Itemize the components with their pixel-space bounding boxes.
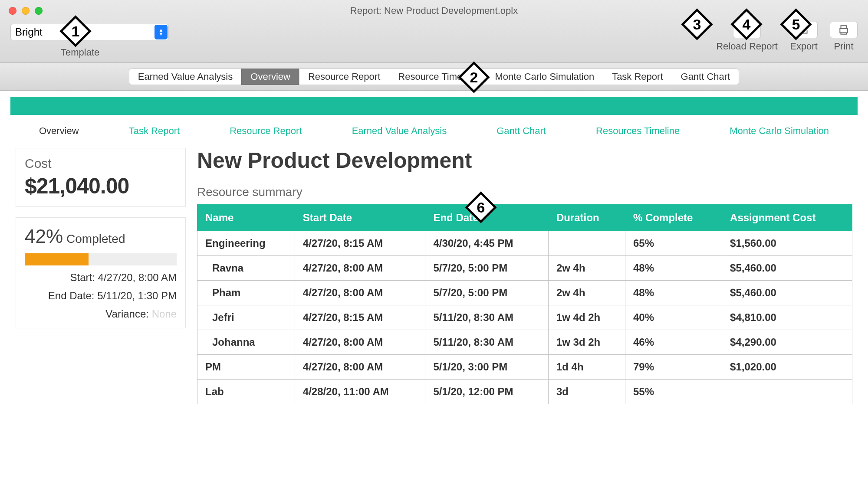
cell: $5,460.00 bbox=[722, 281, 852, 305]
cell: 65% bbox=[625, 231, 722, 256]
report-nav-task-report[interactable]: Task Report bbox=[129, 125, 180, 137]
cell: 4/28/20, 11:00 AM bbox=[295, 380, 425, 404]
column-header: Name bbox=[197, 205, 295, 231]
table-row: Ravna4/27/20, 8:00 AM5/7/20, 5:00 PM2w 4… bbox=[197, 256, 852, 281]
cell: $1,020.00 bbox=[722, 355, 852, 380]
tab-overview[interactable]: Overview bbox=[241, 69, 299, 85]
table-row: PM4/27/20, 8:00 AM5/1/20, 3:00 PM1d 4h79… bbox=[197, 355, 852, 380]
resource-summary-table: NameStart DateEnd DateDuration% Complete… bbox=[197, 204, 852, 404]
tab-task-report[interactable]: Task Report bbox=[603, 69, 672, 85]
start-label: Start: bbox=[70, 272, 95, 283]
report-nav-overview[interactable]: Overview bbox=[39, 125, 79, 137]
cell: Lab bbox=[197, 380, 295, 404]
report-nav: OverviewTask ReportResource ReportEarned… bbox=[0, 115, 868, 141]
percent-complete-label: Completed bbox=[66, 232, 125, 246]
cell: 2w 4h bbox=[548, 256, 625, 281]
cell: 2w 4h bbox=[548, 281, 625, 305]
progress-bar bbox=[25, 253, 177, 265]
report-tabs-bar: Earned Value AnalysisOverviewResource Re… bbox=[0, 63, 868, 91]
cell: 4/30/20, 4:45 PM bbox=[425, 231, 549, 256]
tab-resource-report[interactable]: Resource Report bbox=[299, 69, 389, 85]
cost-card: Cost $21,040.00 bbox=[16, 148, 186, 207]
cell: 5/11/20, 8:30 AM bbox=[425, 305, 549, 330]
report-nav-resources-timeline[interactable]: Resources Timeline bbox=[596, 125, 680, 137]
end-label: End Date: bbox=[48, 290, 95, 301]
accent-strip bbox=[10, 97, 858, 115]
cell: 5/7/20, 5:00 PM bbox=[425, 281, 549, 305]
report-nav-gantt-chart[interactable]: Gantt Chart bbox=[496, 125, 546, 137]
cell: 79% bbox=[625, 355, 722, 380]
cost-value: $21,040.00 bbox=[25, 174, 177, 199]
cell: 1w 3d 2h bbox=[548, 330, 625, 355]
report-nav-monte-carlo-simulation[interactable]: Monte Carlo Simulation bbox=[730, 125, 829, 137]
cell: Johanna bbox=[197, 330, 295, 355]
tab-gantt-chart[interactable]: Gantt Chart bbox=[672, 69, 740, 85]
cell: 1d 4h bbox=[548, 355, 625, 380]
template-label: Template bbox=[61, 47, 99, 58]
table-row: Jefri4/27/20, 8:15 AM5/11/20, 8:30 AM1w … bbox=[197, 305, 852, 330]
start-value: 4/27/20, 8:00 AM bbox=[98, 272, 177, 283]
print-icon bbox=[838, 24, 849, 36]
progress-fill bbox=[25, 253, 89, 265]
report-nav-resource-report[interactable]: Resource Report bbox=[230, 125, 302, 137]
cell: 4/27/20, 8:15 AM bbox=[295, 305, 425, 330]
cell: 55% bbox=[625, 380, 722, 404]
cost-label: Cost bbox=[25, 156, 177, 171]
table-header-row: NameStart DateEnd DateDuration% Complete… bbox=[197, 205, 852, 231]
end-value: 5/11/20, 1:30 PM bbox=[97, 290, 177, 301]
cell: 5/7/20, 5:00 PM bbox=[425, 256, 549, 281]
cell: 4/27/20, 8:00 AM bbox=[295, 281, 425, 305]
cell: $4,810.00 bbox=[722, 305, 852, 330]
table-row: Engineering4/27/20, 8:15 AM4/30/20, 4:45… bbox=[197, 231, 852, 256]
cell: $1,560.00 bbox=[722, 231, 852, 256]
cell: 48% bbox=[625, 281, 722, 305]
cell: 4/27/20, 8:15 AM bbox=[295, 231, 425, 256]
cell: 5/1/20, 3:00 PM bbox=[425, 355, 549, 380]
table-row: Pham4/27/20, 8:00 AM5/7/20, 5:00 PM2w 4h… bbox=[197, 281, 852, 305]
variance-label: Variance: bbox=[105, 308, 149, 320]
chevron-updown-icon: ▲▼ bbox=[155, 25, 168, 39]
column-header: Assignment Cost bbox=[722, 205, 852, 231]
report-title: New Product Development bbox=[197, 148, 852, 173]
table-row: Lab4/28/20, 11:00 AM5/1/20, 12:00 PM3d55… bbox=[197, 380, 852, 404]
cell: 3d bbox=[548, 380, 625, 404]
cell: 4/27/20, 8:00 AM bbox=[295, 355, 425, 380]
tab-earned-value-analysis[interactable]: Earned Value Analysis bbox=[129, 69, 242, 85]
column-header: % Complete bbox=[625, 205, 722, 231]
cell: 40% bbox=[625, 305, 722, 330]
cell bbox=[548, 231, 625, 256]
cell: Ravna bbox=[197, 256, 295, 281]
tab-monte-carlo-simulation[interactable]: Monte Carlo Simulation bbox=[486, 69, 603, 85]
cell: Pham bbox=[197, 281, 295, 305]
cell: Engineering bbox=[197, 231, 295, 256]
table-row: Johanna4/27/20, 8:00 AM5/11/20, 8:30 AM1… bbox=[197, 330, 852, 355]
cell: 4/27/20, 8:00 AM bbox=[295, 330, 425, 355]
cell: 5/1/20, 12:00 PM bbox=[425, 380, 549, 404]
cell: 5/11/20, 8:30 AM bbox=[425, 330, 549, 355]
cell: PM bbox=[197, 355, 295, 380]
cell: $5,460.00 bbox=[722, 256, 852, 281]
cell: $4,290.00 bbox=[722, 330, 852, 355]
percent-complete-value: 42% bbox=[25, 226, 63, 247]
column-header: Duration bbox=[548, 205, 625, 231]
progress-card: 42% Completed Start: 4/27/20, 8:00 AM En… bbox=[16, 217, 186, 328]
section-title: Resource summary bbox=[197, 185, 852, 199]
print-button[interactable]: Print bbox=[830, 22, 858, 52]
cell bbox=[722, 380, 852, 404]
cell: 46% bbox=[625, 330, 722, 355]
cell: 1w 4d 2h bbox=[548, 305, 625, 330]
report-nav-earned-value-analysis[interactable]: Earned Value Analysis bbox=[352, 125, 447, 137]
report-tabs: Earned Value AnalysisOverviewResource Re… bbox=[129, 69, 739, 85]
cell: 4/27/20, 8:00 AM bbox=[295, 256, 425, 281]
template-value: Bright bbox=[15, 26, 43, 38]
column-header: Start Date bbox=[295, 205, 425, 231]
variance-value: None bbox=[152, 308, 177, 320]
cell: 48% bbox=[625, 256, 722, 281]
cell: Jefri bbox=[197, 305, 295, 330]
